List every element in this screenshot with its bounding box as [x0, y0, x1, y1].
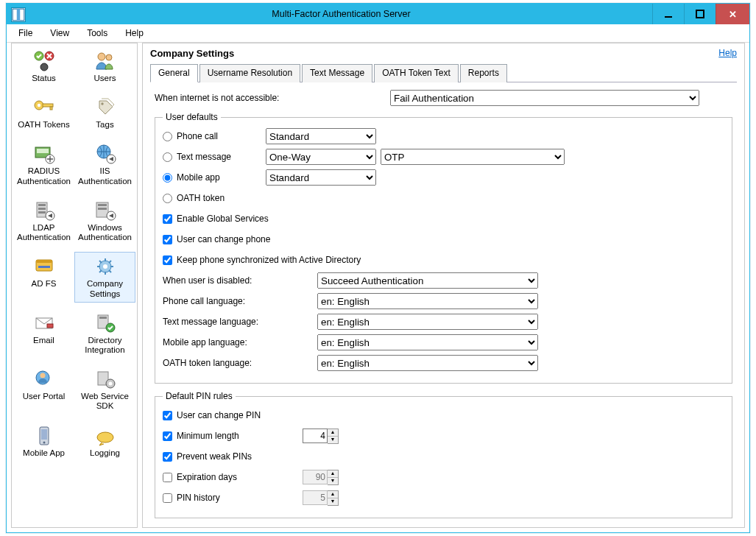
- sidebar: Status Users OATH Tokens Tags: [11, 43, 138, 528]
- sidebar-item-user-portal[interactable]: User Portal: [13, 364, 74, 415]
- menu-file[interactable]: File: [11, 26, 40, 40]
- sidebar-item-email[interactable]: Email: [13, 308, 74, 359]
- sidebar-item-label: Email: [33, 336, 54, 345]
- check-pin-exp-label: Expiration days: [177, 472, 237, 482]
- svg-rect-21: [38, 208, 46, 210]
- lang-phone-select[interactable]: en: English: [317, 293, 538, 309]
- spin-down-icon[interactable]: ▼: [328, 437, 338, 443]
- radio-text-message[interactable]: [163, 152, 172, 162]
- mobile-icon: [32, 425, 57, 447]
- tab-general[interactable]: General: [150, 64, 198, 82]
- radio-oath-token[interactable]: [163, 194, 172, 203]
- svg-rect-20: [38, 204, 46, 206]
- sidebar-item-directory-integration[interactable]: Directory Integration: [74, 308, 135, 359]
- spin-up-icon[interactable]: ▲: [328, 429, 338, 437]
- pin-min-spinner[interactable]: ▲▼: [303, 429, 339, 444]
- text-message-type-select[interactable]: OTP: [381, 149, 565, 165]
- sidebar-item-label: Windows Authentication: [77, 223, 133, 242]
- svg-rect-15: [37, 149, 49, 153]
- when-disabled-label: When user is disabled:: [163, 275, 317, 286]
- when-no-internet-label: When internet is not accessible:: [155, 93, 390, 103]
- close-button[interactable]: ✕: [716, 4, 749, 24]
- window-title: Multi-Factor Authentication Server: [30, 4, 652, 24]
- check-pin-hist[interactable]: [163, 493, 172, 503]
- maximize-button[interactable]: [684, 4, 716, 24]
- sidebar-item-label: OATH Tokens: [18, 120, 70, 130]
- svg-point-8: [106, 54, 112, 60]
- tab-reports[interactable]: Reports: [460, 64, 507, 82]
- sidebar-item-company-settings[interactable]: Company Settings: [74, 252, 135, 302]
- radio-phone-call[interactable]: [163, 132, 172, 141]
- tab-oath-token-text[interactable]: OATH Token Text: [374, 64, 459, 82]
- lang-app-select[interactable]: en: English: [317, 334, 538, 350]
- tab-text-message[interactable]: Text Message: [302, 64, 372, 82]
- when-disabled-select[interactable]: Succeed Authentication: [317, 272, 538, 289]
- mobile-app-mode-select[interactable]: Standard: [266, 169, 376, 186]
- sidebar-item-label: Users: [93, 74, 116, 83]
- radio-mobile-app[interactable]: [163, 173, 172, 183]
- svg-rect-25: [98, 204, 107, 206]
- page-title: Company Settings: [150, 48, 234, 59]
- user-defaults-legend: User defaults: [163, 112, 221, 122]
- sidebar-item-logging[interactable]: Logging: [74, 421, 135, 462]
- pin-hist-input: [303, 490, 328, 505]
- radio-text-message-label: Text message: [177, 152, 231, 162]
- check-pin-min[interactable]: [163, 431, 172, 441]
- sidebar-item-label: IIS Authentication: [77, 166, 133, 186]
- sidebar-item-tags[interactable]: Tags: [74, 93, 135, 133]
- when-no-internet-select[interactable]: Fail Authentication: [390, 90, 699, 106]
- spin-down-icon: ▼: [328, 478, 338, 484]
- sidebar-item-label: Logging: [90, 448, 120, 458]
- check-pin-weak[interactable]: [163, 452, 172, 462]
- pin-min-input[interactable]: [303, 429, 328, 443]
- menu-help[interactable]: Help: [118, 26, 151, 40]
- check-pin-change[interactable]: [163, 411, 172, 420]
- svg-rect-11: [43, 104, 53, 107]
- sidebar-item-adfs[interactable]: AD FS: [13, 252, 74, 302]
- sidebar-item-users[interactable]: Users: [74, 46, 135, 87]
- check-enable-global[interactable]: [163, 214, 172, 224]
- svg-rect-1: [17, 9, 21, 21]
- radius-icon: [32, 143, 57, 165]
- email-icon: [32, 312, 57, 334]
- sidebar-item-status[interactable]: Status: [13, 46, 74, 87]
- sidebar-item-oath-tokens[interactable]: OATH Tokens: [13, 93, 74, 133]
- pin-rules-legend: Default PIN rules: [163, 391, 236, 401]
- menubar: File View Tools Help: [7, 24, 749, 43]
- pin-exp-input: [303, 470, 328, 484]
- check-change-phone[interactable]: [163, 235, 172, 244]
- check-sync-ad[interactable]: [163, 255, 172, 265]
- svg-rect-29: [36, 260, 52, 263]
- users-icon: [93, 50, 118, 72]
- check-pin-min-label: Minimum length: [177, 431, 239, 441]
- adfs-icon: [32, 255, 57, 278]
- sidebar-item-label: LDAP Authentication: [15, 223, 72, 242]
- sidebar-item-sdk[interactable]: Web Service SDK: [74, 364, 135, 415]
- svg-point-45: [43, 441, 45, 443]
- spin-down-icon: ▼: [328, 498, 338, 505]
- sidebar-item-label: Mobile App: [23, 448, 65, 458]
- tab-username-resolution[interactable]: Username Resolution: [199, 64, 300, 82]
- minimize-button[interactable]: [652, 4, 684, 24]
- sidebar-item-mobile-app[interactable]: Mobile App: [13, 421, 74, 462]
- sidebar-item-windows-auth[interactable]: Windows Authentication: [74, 196, 135, 246]
- svg-point-32: [103, 264, 107, 269]
- svg-rect-36: [99, 317, 107, 319]
- help-link[interactable]: Help: [718, 48, 737, 58]
- menu-view[interactable]: View: [43, 26, 77, 40]
- sidebar-item-label: AD FS: [32, 279, 57, 289]
- sidebar-item-ldap[interactable]: LDAP Authentication: [13, 196, 74, 246]
- svg-rect-2: [665, 16, 672, 18]
- sidebar-item-radius[interactable]: RADIUS Authentication: [13, 139, 74, 189]
- phone-call-mode-select[interactable]: Standard: [266, 128, 376, 144]
- main-panel: Company Settings Help General Username R…: [142, 43, 745, 528]
- text-message-mode-select[interactable]: One-Way: [266, 149, 376, 165]
- lang-text-select[interactable]: en: English: [317, 314, 538, 330]
- key-icon: [32, 96, 57, 119]
- sidebar-item-iis[interactable]: IIS Authentication: [74, 139, 135, 189]
- check-pin-exp[interactable]: [163, 473, 172, 482]
- svg-rect-34: [47, 324, 53, 328]
- menu-tools[interactable]: Tools: [80, 26, 115, 40]
- lang-oath-select[interactable]: en: English: [317, 355, 538, 371]
- gear-icon: [93, 255, 118, 278]
